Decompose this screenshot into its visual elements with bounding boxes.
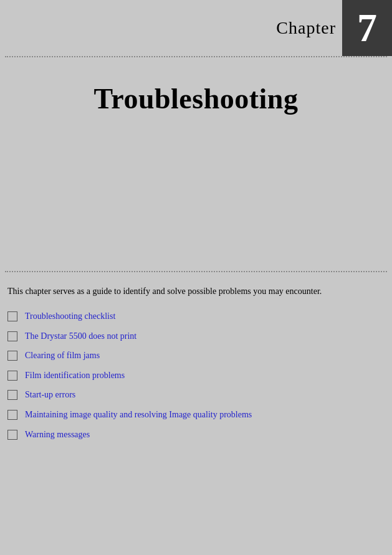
toc-checkbox [7, 371, 17, 381]
toc-item: Start-up errors [7, 389, 385, 401]
body-text: This chapter serves as a guide to identi… [0, 285, 392, 310]
toc-link-2[interactable]: The Drystar 5500 does not print [25, 330, 136, 343]
toc-item: The Drystar 5500 does not print [7, 330, 385, 343]
toc-item: Warning messages [7, 429, 385, 441]
page-container: Chapter 7 Troubleshooting This chapter s… [0, 0, 392, 555]
toc-link-5[interactable]: Start-up errors [25, 389, 75, 401]
chapter-label: Chapter [276, 18, 336, 38]
chapter-label-area: Chapter [0, 18, 342, 38]
toc-checkbox [7, 430, 17, 440]
title-section: Troubleshooting [0, 57, 392, 128]
toc-item: Clearing of film jams [7, 349, 385, 362]
toc-checkbox [7, 331, 17, 341]
chapter-number-box: 7 [342, 0, 392, 56]
toc-link-6[interactable]: Maintaining image quality and resolving … [25, 409, 252, 421]
toc-checkbox [7, 351, 17, 361]
chapter-number: 7 [357, 5, 377, 51]
toc-link-3[interactable]: Clearing of film jams [25, 349, 100, 362]
toc-item: Maintaining image quality and resolving … [7, 409, 385, 421]
toc-checkbox [7, 390, 17, 400]
chapter-header: Chapter 7 [0, 0, 392, 56]
toc-link-7[interactable]: Warning messages [25, 429, 90, 441]
toc-link-1[interactable]: Troubleshooting checklist [25, 310, 115, 323]
toc-item: Film identification problems [7, 369, 385, 382]
bottom-divider [5, 271, 387, 272]
toc-link-4[interactable]: Film identification problems [25, 369, 125, 382]
toc-list: Troubleshooting checklistThe Drystar 550… [0, 310, 392, 440]
toc-checkbox [7, 311, 17, 321]
page-title: Troubleshooting [25, 82, 367, 115]
content-spacer [0, 128, 392, 271]
toc-item: Troubleshooting checklist [7, 310, 385, 323]
toc-checkbox [7, 410, 17, 420]
